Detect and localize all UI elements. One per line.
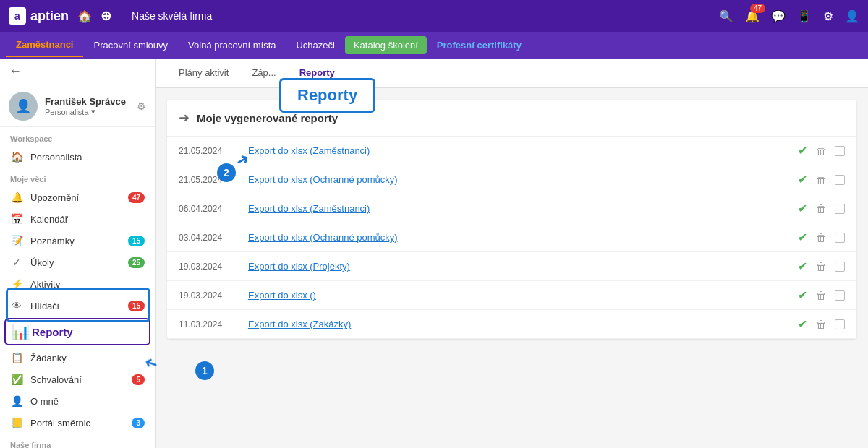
sidebar-user: 👤 František Správce Personalista ▾ ⚙ bbox=[0, 83, 155, 127]
row-checkbox[interactable] bbox=[835, 262, 845, 272]
moje-veci-label: Moje věci bbox=[0, 168, 155, 186]
requests-icon: 📋 bbox=[10, 352, 23, 363]
row-checkbox[interactable] bbox=[835, 204, 845, 214]
sidebar-item-kalendar[interactable]: 📅 Kalendář bbox=[0, 208, 155, 230]
report-date: 19.03.2024 bbox=[179, 262, 237, 272]
report-actions: ✔ 🗑 bbox=[798, 173, 845, 186]
user-role: Personalista ▾ bbox=[45, 107, 126, 116]
nav-home-icon[interactable]: 🏠 bbox=[77, 9, 92, 23]
reports-card: ➜ Moje vygenerované reporty 21.05.2024 E… bbox=[167, 100, 856, 339]
delete-icon[interactable]: 🗑 bbox=[816, 174, 826, 186]
tab-zamestnanci[interactable]: Zaměstnanci bbox=[6, 33, 83, 57]
report-link[interactable]: Export do xlsx (Zaměstnanci) bbox=[248, 203, 786, 214]
sidebar-item-label: Aktivity bbox=[30, 279, 60, 290]
back-arrow[interactable]: ← bbox=[0, 59, 155, 83]
report-link[interactable]: Export do xlsx (Zaměstnanci) bbox=[248, 145, 786, 156]
report-actions: ✔ 🗑 bbox=[798, 202, 845, 215]
notes-icon: 📝 bbox=[10, 235, 23, 246]
logo-text: aptien bbox=[30, 9, 69, 24]
sidebar-item-label: Personalista bbox=[30, 152, 82, 163]
tab-uchazeci[interactable]: Uchazeči bbox=[286, 34, 344, 56]
report-link[interactable]: Export do xlsx (Projekty) bbox=[248, 261, 786, 272]
check-icon: ✔ bbox=[798, 231, 807, 244]
settings-icon[interactable]: ⚙ bbox=[823, 9, 833, 23]
table-row: 19.03.2024 Export do xlsx (Projekty) ✔ 🗑 bbox=[167, 252, 856, 281]
tab-volna-mista[interactable]: Volná pracovní místa bbox=[178, 34, 286, 56]
check-icon: ✔ bbox=[798, 173, 807, 186]
topnav-icons: 🔍 🔔 47 💬 📱 ⚙ 👤 bbox=[719, 9, 859, 23]
bell-sidebar-icon: 🔔 bbox=[10, 191, 23, 203]
subtab-plany-aktivit[interactable]: Plány aktivit bbox=[167, 60, 240, 87]
delete-icon[interactable]: 🗑 bbox=[816, 232, 826, 244]
export-icon: ➜ bbox=[179, 110, 190, 126]
row-checkbox[interactable] bbox=[835, 175, 845, 185]
sidebar-item-hlidaci[interactable]: 👁 Hlídači 15 bbox=[0, 295, 155, 316]
sidebar-item-ukoly[interactable]: ✓ Úkoly 25 bbox=[0, 251, 155, 273]
card-title: Moje vygenerované reporty bbox=[197, 112, 338, 124]
sidebar-item-o-mne[interactable]: 👤 O mně bbox=[0, 390, 155, 412]
sidebar-item-label: Žádanky bbox=[30, 353, 67, 363]
sidebar-item-poznamky[interactable]: 📝 Poznámky 15 bbox=[0, 230, 155, 251]
sidebar-item-label: Reporty bbox=[32, 326, 73, 338]
sidebar-item-portal-smernic[interactable]: 📒 Portál směrnic 3 bbox=[0, 412, 155, 434]
sidebar-item-label: Portál směrnic bbox=[30, 418, 90, 428]
subtabs: Plány aktivit Záp... Reporty bbox=[156, 59, 868, 88]
report-link[interactable]: Export do xlsx (Ochranné pomůcky) bbox=[248, 174, 786, 185]
sidebar-item-reporty[interactable]: 📊 Reporty bbox=[4, 318, 150, 345]
bell-icon[interactable]: 🔔 47 bbox=[745, 9, 760, 23]
sidebar-item-label: Schvalování bbox=[30, 374, 82, 385]
user-icon[interactable]: 👤 bbox=[845, 9, 859, 23]
row-checkbox[interactable] bbox=[835, 290, 845, 301]
table-row: 03.04.2024 Export do xlsx (Ochranné pomů… bbox=[167, 223, 856, 252]
row-checkbox[interactable] bbox=[835, 233, 845, 243]
delete-icon[interactable]: 🗑 bbox=[816, 290, 826, 301]
report-date: 19.03.2024 bbox=[179, 290, 237, 301]
portal-icon: 📒 bbox=[10, 417, 23, 428]
phone-icon[interactable]: 📱 bbox=[797, 9, 812, 23]
row-checkbox[interactable] bbox=[835, 146, 845, 156]
delete-icon[interactable]: 🗑 bbox=[816, 145, 826, 157]
check-icon: ✔ bbox=[798, 288, 807, 302]
row-checkbox[interactable] bbox=[835, 319, 845, 329]
subtab-reporty[interactable]: Reporty bbox=[288, 60, 346, 87]
table-row: 06.04.2024 Export do xlsx (Zaměstnanci) … bbox=[167, 194, 856, 223]
report-link[interactable]: Export do xlsx (Zakázky) bbox=[248, 319, 786, 329]
report-link[interactable]: Export do xlsx () bbox=[248, 290, 786, 301]
sidebar-item-label: O mně bbox=[30, 396, 59, 407]
upozorneni-badge: 47 bbox=[128, 192, 145, 203]
report-date: 21.05.2024 bbox=[179, 175, 237, 185]
subtab-zapisy[interactable]: Záp... bbox=[240, 60, 287, 87]
hlidaci-badge: 15 bbox=[128, 301, 145, 311]
delete-icon[interactable]: 🗑 bbox=[816, 261, 826, 272]
schvalovani-badge: 5 bbox=[132, 374, 145, 385]
report-link[interactable]: Export do xlsx (Ochranné pomůcky) bbox=[248, 232, 786, 243]
chat-icon[interactable]: 💬 bbox=[771, 9, 786, 23]
user-info: František Správce Personalista ▾ bbox=[45, 96, 126, 116]
company-name: Naše skvělá firma bbox=[132, 10, 212, 22]
delete-icon[interactable]: 🗑 bbox=[816, 203, 826, 215]
sidebar-item-upozorneni[interactable]: 🔔 Upozornění 47 bbox=[0, 186, 155, 208]
sidebar-item-schvalovani[interactable]: ✅ Schvalování 5 bbox=[0, 369, 155, 390]
table-row: 19.03.2024 Export do xlsx () ✔ 🗑 bbox=[167, 281, 856, 310]
logo[interactable]: a aptien bbox=[9, 7, 69, 25]
content-area: ➜ Moje vygenerované reporty 21.05.2024 E… bbox=[156, 88, 868, 448]
activity-icon: ⚡ bbox=[10, 278, 23, 290]
topnav: a aptien 🏠 ⊕ Naše skvělá firma 🔍 🔔 47 💬 … bbox=[0, 0, 868, 32]
calendar-icon: 📅 bbox=[10, 213, 23, 225]
user-gear-icon[interactable]: ⚙ bbox=[137, 100, 146, 112]
watch-icon: 👁 bbox=[10, 300, 23, 311]
report-date: 21.05.2024 bbox=[179, 146, 237, 156]
check-icon: ✔ bbox=[798, 202, 807, 215]
tab-katalog-skoleni[interactable]: Katalog školení bbox=[345, 36, 427, 54]
logo-icon: a bbox=[9, 7, 26, 25]
tab-profesni-certifikaty[interactable]: Profesní certifikáty bbox=[427, 34, 532, 56]
sidebar: ← 👤 František Správce Personalista ▾ ⚙ W… bbox=[0, 59, 156, 448]
report-actions: ✔ 🗑 bbox=[798, 144, 845, 158]
sidebar-item-aktivity[interactable]: ⚡ Aktivity bbox=[0, 273, 155, 295]
sidebar-item-zadanky[interactable]: 📋 Žádanky bbox=[0, 347, 155, 369]
nav-add-icon[interactable]: ⊕ bbox=[101, 8, 111, 24]
search-icon[interactable]: 🔍 bbox=[719, 9, 733, 23]
delete-icon[interactable]: 🗑 bbox=[816, 319, 826, 330]
tab-pracovni-smlouvy[interactable]: Pracovní smlouvy bbox=[83, 34, 178, 56]
sidebar-item-personalista[interactable]: 🏠 Personalista bbox=[0, 146, 155, 168]
